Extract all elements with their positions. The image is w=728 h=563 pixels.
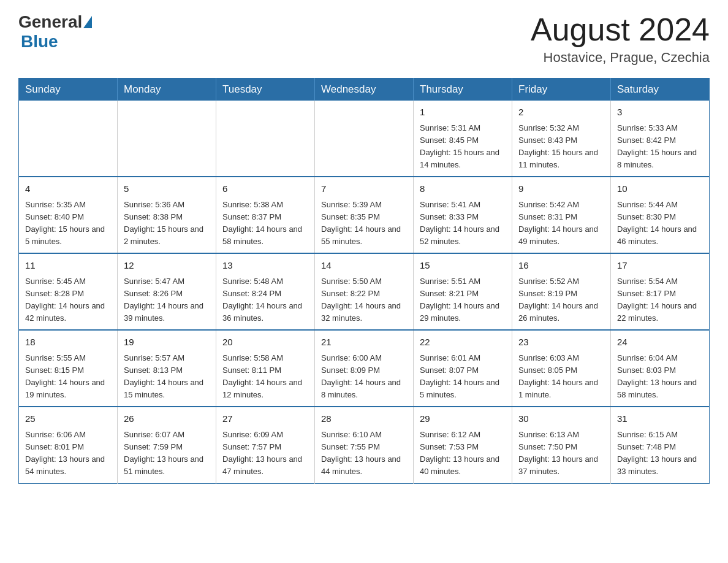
day-number: 13 bbox=[222, 259, 308, 273]
day-info: Sunrise: 5:58 AMSunset: 8:11 PMDaylight:… bbox=[222, 352, 308, 402]
day-info: Sunrise: 5:54 AMSunset: 8:17 PMDaylight:… bbox=[617, 275, 703, 325]
calendar-cell: 13Sunrise: 5:48 AMSunset: 8:24 PMDayligh… bbox=[216, 253, 315, 330]
calendar-row-3: 18Sunrise: 5:55 AMSunset: 8:15 PMDayligh… bbox=[19, 330, 710, 407]
day-number: 23 bbox=[518, 335, 604, 350]
page-header: General Blue August 2024 Hostavice, Prag… bbox=[18, 12, 710, 66]
calendar-cell bbox=[118, 101, 216, 177]
day-info: Sunrise: 5:31 AMSunset: 8:45 PMDaylight:… bbox=[420, 122, 506, 172]
day-info: Sunrise: 5:32 AMSunset: 8:43 PMDaylight:… bbox=[518, 122, 604, 172]
calendar-row-2: 11Sunrise: 5:45 AMSunset: 8:28 PMDayligh… bbox=[19, 253, 710, 330]
day-info: Sunrise: 5:57 AMSunset: 8:13 PMDaylight:… bbox=[124, 352, 210, 402]
day-number: 20 bbox=[222, 335, 308, 350]
day-info: Sunrise: 6:13 AMSunset: 7:50 PMDaylight:… bbox=[518, 429, 604, 478]
day-number: 18 bbox=[25, 335, 111, 350]
calendar-cell: 8Sunrise: 5:41 AMSunset: 8:33 PMDaylight… bbox=[414, 177, 512, 253]
day-info: Sunrise: 6:12 AMSunset: 7:53 PMDaylight:… bbox=[420, 429, 506, 478]
calendar-table: SundayMondayTuesdayWednesdayThursdayFrid… bbox=[18, 78, 710, 483]
calendar-cell: 2Sunrise: 5:32 AMSunset: 8:43 PMDaylight… bbox=[512, 101, 611, 177]
day-number: 3 bbox=[617, 105, 703, 120]
calendar-cell: 4Sunrise: 5:35 AMSunset: 8:40 PMDaylight… bbox=[19, 177, 118, 253]
day-number: 11 bbox=[25, 259, 111, 273]
day-number: 4 bbox=[25, 182, 111, 196]
day-number: 31 bbox=[617, 412, 703, 426]
day-number: 27 bbox=[222, 412, 308, 426]
title-section: August 2024 Hostavice, Prague, Czechia bbox=[531, 12, 710, 66]
calendar-cell: 25Sunrise: 6:06 AMSunset: 8:01 PMDayligh… bbox=[19, 407, 118, 483]
calendar-header-monday: Monday bbox=[118, 79, 216, 101]
day-number: 22 bbox=[420, 335, 506, 350]
day-number: 28 bbox=[321, 412, 407, 426]
day-info: Sunrise: 5:50 AMSunset: 8:22 PMDaylight:… bbox=[321, 275, 407, 325]
day-number: 26 bbox=[124, 412, 210, 426]
day-info: Sunrise: 6:10 AMSunset: 7:55 PMDaylight:… bbox=[321, 429, 407, 478]
calendar-cell: 3Sunrise: 5:33 AMSunset: 8:42 PMDaylight… bbox=[611, 101, 710, 177]
day-number: 5 bbox=[124, 182, 210, 196]
calendar-cell: 5Sunrise: 5:36 AMSunset: 8:38 PMDaylight… bbox=[118, 177, 216, 253]
calendar-header-row: SundayMondayTuesdayWednesdayThursdayFrid… bbox=[19, 79, 710, 101]
calendar-cell: 27Sunrise: 6:09 AMSunset: 7:57 PMDayligh… bbox=[216, 407, 315, 483]
calendar-row-0: 1Sunrise: 5:31 AMSunset: 8:45 PMDaylight… bbox=[19, 101, 710, 177]
day-info: Sunrise: 5:44 AMSunset: 8:30 PMDaylight:… bbox=[617, 199, 703, 248]
calendar-cell: 30Sunrise: 6:13 AMSunset: 7:50 PMDayligh… bbox=[512, 407, 611, 483]
day-number: 29 bbox=[420, 412, 506, 426]
day-number: 12 bbox=[124, 259, 210, 273]
day-number: 24 bbox=[617, 335, 703, 350]
calendar-header-thursday: Thursday bbox=[414, 79, 512, 101]
calendar-header-friday: Friday bbox=[512, 79, 611, 101]
day-info: Sunrise: 5:39 AMSunset: 8:35 PMDaylight:… bbox=[321, 199, 407, 248]
calendar-header-sunday: Sunday bbox=[19, 79, 118, 101]
calendar-cell: 20Sunrise: 5:58 AMSunset: 8:11 PMDayligh… bbox=[216, 330, 315, 407]
day-info: Sunrise: 6:09 AMSunset: 7:57 PMDaylight:… bbox=[222, 429, 308, 478]
calendar-cell: 12Sunrise: 5:47 AMSunset: 8:26 PMDayligh… bbox=[118, 253, 216, 330]
logo-triangle-icon bbox=[83, 16, 92, 28]
month-title: August 2024 bbox=[531, 12, 710, 47]
day-info: Sunrise: 5:52 AMSunset: 8:19 PMDaylight:… bbox=[518, 275, 604, 325]
calendar-cell: 31Sunrise: 6:15 AMSunset: 7:48 PMDayligh… bbox=[611, 407, 710, 483]
calendar-cell: 19Sunrise: 5:57 AMSunset: 8:13 PMDayligh… bbox=[118, 330, 216, 407]
calendar-cell: 24Sunrise: 6:04 AMSunset: 8:03 PMDayligh… bbox=[611, 330, 710, 407]
day-info: Sunrise: 5:35 AMSunset: 8:40 PMDaylight:… bbox=[25, 199, 111, 248]
calendar-cell: 29Sunrise: 6:12 AMSunset: 7:53 PMDayligh… bbox=[414, 407, 512, 483]
calendar-cell: 1Sunrise: 5:31 AMSunset: 8:45 PMDaylight… bbox=[414, 101, 512, 177]
calendar-cell bbox=[216, 101, 315, 177]
calendar-row-1: 4Sunrise: 5:35 AMSunset: 8:40 PMDaylight… bbox=[19, 177, 710, 253]
calendar-header-saturday: Saturday bbox=[611, 79, 710, 101]
day-info: Sunrise: 6:00 AMSunset: 8:09 PMDaylight:… bbox=[321, 352, 407, 402]
day-info: Sunrise: 5:55 AMSunset: 8:15 PMDaylight:… bbox=[25, 352, 111, 402]
calendar-row-4: 25Sunrise: 6:06 AMSunset: 8:01 PMDayligh… bbox=[19, 407, 710, 483]
calendar-cell: 23Sunrise: 6:03 AMSunset: 8:05 PMDayligh… bbox=[512, 330, 611, 407]
day-number: 6 bbox=[222, 182, 308, 196]
day-number: 16 bbox=[518, 259, 604, 273]
day-number: 19 bbox=[124, 335, 210, 350]
day-info: Sunrise: 5:42 AMSunset: 8:31 PMDaylight:… bbox=[518, 199, 604, 248]
calendar-cell: 14Sunrise: 5:50 AMSunset: 8:22 PMDayligh… bbox=[315, 253, 414, 330]
calendar-cell: 6Sunrise: 5:38 AMSunset: 8:37 PMDaylight… bbox=[216, 177, 315, 253]
day-number: 15 bbox=[420, 259, 506, 273]
day-number: 7 bbox=[321, 182, 407, 196]
day-info: Sunrise: 6:07 AMSunset: 7:59 PMDaylight:… bbox=[124, 429, 210, 478]
day-info: Sunrise: 6:06 AMSunset: 8:01 PMDaylight:… bbox=[25, 429, 111, 478]
day-info: Sunrise: 5:47 AMSunset: 8:26 PMDaylight:… bbox=[124, 275, 210, 325]
calendar-cell: 22Sunrise: 6:01 AMSunset: 8:07 PMDayligh… bbox=[414, 330, 512, 407]
day-info: Sunrise: 6:04 AMSunset: 8:03 PMDaylight:… bbox=[617, 352, 703, 402]
logo: General Blue bbox=[18, 12, 93, 52]
day-number: 10 bbox=[617, 182, 703, 196]
calendar-cell: 16Sunrise: 5:52 AMSunset: 8:19 PMDayligh… bbox=[512, 253, 611, 330]
calendar-cell: 17Sunrise: 5:54 AMSunset: 8:17 PMDayligh… bbox=[611, 253, 710, 330]
calendar-cell: 26Sunrise: 6:07 AMSunset: 7:59 PMDayligh… bbox=[118, 407, 216, 483]
day-info: Sunrise: 6:03 AMSunset: 8:05 PMDaylight:… bbox=[518, 352, 604, 402]
day-info: Sunrise: 6:15 AMSunset: 7:48 PMDaylight:… bbox=[617, 429, 703, 478]
calendar-cell: 11Sunrise: 5:45 AMSunset: 8:28 PMDayligh… bbox=[19, 253, 118, 330]
calendar-cell bbox=[19, 101, 118, 177]
calendar-cell: 9Sunrise: 5:42 AMSunset: 8:31 PMDaylight… bbox=[512, 177, 611, 253]
day-number: 8 bbox=[420, 182, 506, 196]
day-info: Sunrise: 5:38 AMSunset: 8:37 PMDaylight:… bbox=[222, 199, 308, 248]
calendar-cell: 7Sunrise: 5:39 AMSunset: 8:35 PMDaylight… bbox=[315, 177, 414, 253]
calendar-cell: 28Sunrise: 6:10 AMSunset: 7:55 PMDayligh… bbox=[315, 407, 414, 483]
calendar-cell: 10Sunrise: 5:44 AMSunset: 8:30 PMDayligh… bbox=[611, 177, 710, 253]
day-info: Sunrise: 6:01 AMSunset: 8:07 PMDaylight:… bbox=[420, 352, 506, 402]
day-info: Sunrise: 5:51 AMSunset: 8:21 PMDaylight:… bbox=[420, 275, 506, 325]
day-number: 21 bbox=[321, 335, 407, 350]
day-number: 2 bbox=[518, 105, 604, 120]
calendar-cell: 15Sunrise: 5:51 AMSunset: 8:21 PMDayligh… bbox=[414, 253, 512, 330]
